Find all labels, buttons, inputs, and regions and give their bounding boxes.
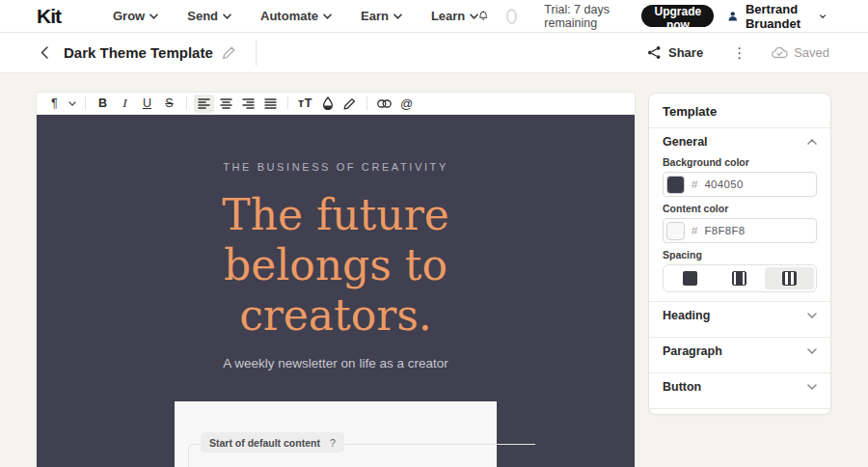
toolbar-divider	[186, 96, 187, 110]
chevron-down-icon	[68, 101, 76, 106]
nav-item-earn[interactable]: Earn	[361, 9, 402, 23]
subtitle-text[interactable]: A weekly newsletter on life as a creator	[223, 356, 448, 371]
bold-button[interactable]: B	[93, 95, 113, 113]
panel-title: Template	[663, 104, 817, 119]
chevron-up-icon	[807, 139, 817, 145]
nav-item-send[interactable]: Send	[187, 9, 231, 23]
personalization-button[interactable]: @	[396, 95, 417, 113]
chevron-down-icon	[223, 14, 231, 19]
section-heading[interactable]: Heading	[663, 302, 817, 328]
align-right-icon	[242, 98, 255, 109]
background-color-input[interactable]: # 404050	[663, 172, 817, 197]
spacing-segmented-control	[663, 264, 817, 292]
chevron-down-icon	[807, 313, 817, 318]
spacing-option-none[interactable]	[665, 267, 715, 289]
section-paragraph[interactable]: Paragraph	[663, 338, 817, 364]
spacing-label: Spacing	[663, 249, 817, 261]
spacing-option-wide[interactable]	[765, 267, 814, 289]
cloud-check-icon	[772, 46, 788, 59]
page-title: Dark Theme Template	[64, 44, 213, 61]
content-color-swatch[interactable]	[666, 222, 685, 240]
user-account-menu[interactable]: Bertrand Bruandet	[727, 2, 826, 31]
user-name: Bertrand Bruandet	[746, 2, 813, 31]
content-color-value: F8F8F8	[704, 225, 745, 236]
header-divider	[256, 41, 257, 66]
saved-label: Saved	[794, 45, 829, 60]
template-settings-panel: Template General Background color # 4040…	[648, 93, 831, 415]
background-color-label: Background color	[663, 156, 817, 168]
nav-item-grow[interactable]: Grow	[113, 9, 158, 23]
kit-logo[interactable]: Kit	[37, 6, 61, 26]
rename-pencil-icon[interactable]	[222, 45, 236, 60]
content-card[interactable]: Start of default content ?	[175, 401, 497, 467]
toolbar-divider	[366, 96, 367, 110]
highlight-pen-button[interactable]	[339, 95, 360, 113]
spacing-none-icon	[683, 271, 697, 286]
section-general[interactable]: General	[663, 128, 817, 154]
saved-status: Saved	[772, 45, 829, 60]
email-editor: ¶ B I U S	[37, 93, 635, 467]
eyebrow-text[interactable]: THE BUSINESS OF CREATIVITY	[223, 161, 448, 173]
template-header-bar: Dark Theme Template Share ⋮ Saved	[0, 33, 868, 73]
header-actions: Share ⋮ Saved	[647, 45, 829, 60]
spacing-narrow-icon	[732, 271, 746, 286]
section-footer[interactable]: Footer	[663, 409, 817, 415]
text-color-button[interactable]	[317, 95, 338, 113]
chevron-down-icon	[470, 14, 478, 19]
text-size-button[interactable]: тT	[295, 95, 315, 113]
underline-button[interactable]: U	[137, 95, 157, 113]
top-nav-right: Trial: 7 days remaining Upgrade now Bert…	[478, 2, 826, 31]
link-button[interactable]	[374, 95, 394, 113]
pen-icon	[343, 97, 356, 110]
italic-button[interactable]: I	[115, 95, 135, 113]
section-button[interactable]: Button	[663, 373, 817, 399]
spacing-option-narrow[interactable]	[715, 267, 764, 289]
align-left-icon	[198, 98, 210, 109]
paragraph-style-dropdown[interactable]	[67, 95, 78, 113]
chevron-left-icon	[41, 46, 48, 59]
formatting-toolbar: ¶ B I U S	[37, 93, 635, 115]
spacing-wide-icon	[782, 271, 797, 286]
chevron-down-icon	[393, 14, 402, 19]
link-icon	[377, 99, 392, 108]
main-menu: Grow Send Automate Earn Learn	[113, 9, 478, 23]
more-options-kebab-menu[interactable]: ⋮	[732, 45, 746, 60]
chevron-down-icon	[323, 14, 332, 19]
align-center-icon	[220, 98, 232, 109]
share-icon	[647, 45, 662, 60]
color-droplet-icon	[322, 96, 334, 110]
share-button[interactable]: Share	[647, 45, 703, 60]
top-navigation-bar: Kit Grow Send Automate Earn Learn	[0, 0, 868, 33]
notifications-bell-icon[interactable]	[478, 8, 488, 24]
nav-item-learn[interactable]: Learn	[431, 9, 478, 23]
back-button[interactable]	[41, 46, 48, 59]
align-right-button[interactable]	[238, 95, 258, 113]
trial-status-text: Trial: 7 days remaining	[544, 3, 622, 30]
chevron-down-icon	[820, 14, 826, 19]
toolbar-divider	[85, 96, 86, 110]
content-color-label: Content color	[663, 203, 817, 214]
chevron-down-icon	[807, 348, 817, 354]
align-center-button[interactable]	[216, 95, 236, 113]
start-of-default-content-badge: Start of default content ?	[201, 432, 344, 453]
align-left-button[interactable]	[194, 95, 214, 113]
status-ring-icon[interactable]	[506, 9, 518, 24]
upgrade-now-button[interactable]: Upgrade now	[641, 5, 714, 27]
email-canvas[interactable]: THE BUSINESS OF CREATIVITY The future be…	[37, 115, 635, 467]
align-justify-button[interactable]	[260, 95, 281, 113]
align-justify-icon	[264, 98, 277, 109]
background-color-value: 404050	[704, 179, 743, 190]
nav-item-automate[interactable]: Automate	[260, 9, 332, 23]
content-color-input[interactable]: # F8F8F8	[663, 218, 817, 243]
chevron-down-icon	[807, 384, 817, 390]
badge-label: Start of default content	[209, 437, 320, 449]
paragraph-style-button[interactable]: ¶	[44, 95, 65, 113]
toolbar-divider	[287, 96, 288, 110]
background-color-swatch[interactable]	[666, 176, 685, 194]
help-question-icon[interactable]: ?	[330, 437, 336, 449]
strikethrough-button[interactable]: S	[159, 95, 179, 113]
avatar	[727, 7, 739, 25]
headline-text[interactable]: The future belongs to creators.	[222, 190, 448, 341]
chevron-down-icon	[149, 14, 158, 19]
